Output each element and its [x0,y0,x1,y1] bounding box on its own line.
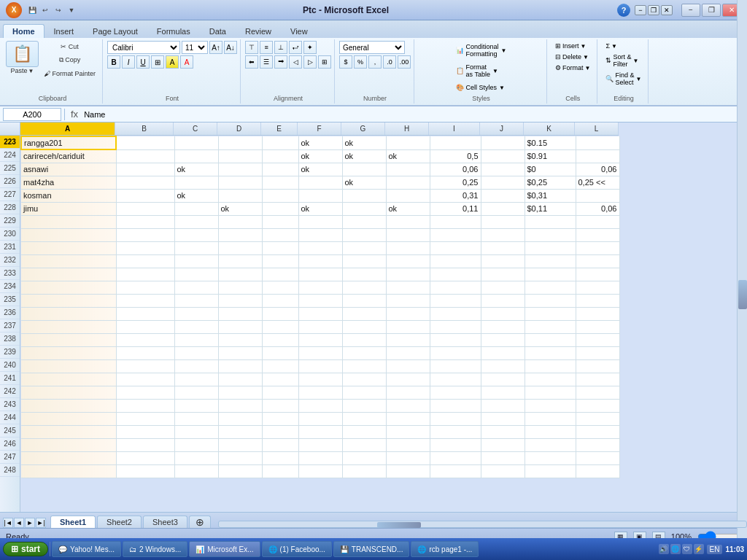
cell-E225[interactable] [262,163,298,176]
cell-B226[interactable] [116,176,174,189]
bold-button[interactable]: B [107,55,120,69]
cell-E228[interactable] [262,202,298,215]
row-num-226[interactable]: 226 [0,175,20,188]
save-quick-btn[interactable]: 💾 [26,5,38,15]
cell-D228[interactable]: ok [218,202,262,215]
cell-A223[interactable]: rangga201 [21,136,116,149]
cell-A224[interactable]: carireceh/cariduit [21,149,116,163]
sort-filter-btn[interactable]: ⇅ Sort &Filter ▼ [602,52,645,69]
row-num-246[interactable]: 246 [0,438,20,451]
taskbar-item-yahoo[interactable]: 💬 Yahoo! Mes... [52,541,121,557]
cell-F226[interactable] [298,176,342,189]
cell-K228[interactable]: $0,11 [525,202,576,215]
cell-A229[interactable] [21,215,116,228]
increase-dec-btn[interactable]: .0 [383,55,396,69]
row-num-200[interactable]: 223 [0,136,20,149]
format-cells-btn[interactable]: ⚙ Format ▼ [551,63,594,73]
align-bottom-btn[interactable]: ⊥ [274,41,287,54]
row-num-224[interactable]: 224 [0,149,20,162]
cell-G224[interactable]: ok [342,149,386,163]
cell-B229[interactable] [116,215,174,228]
cell-I225[interactable]: 0,06 [430,163,481,176]
cell-G226[interactable]: ok [342,176,386,189]
indent-inc-btn[interactable]: ▷ [303,55,317,69]
tab-page-layout[interactable]: Page Layout [83,24,147,38]
cell-J225[interactable] [481,163,525,176]
col-header-E[interactable]: E [261,122,298,136]
tab-insert[interactable]: Insert [44,24,84,38]
tray-icon-3[interactable]: 🛡 [682,544,692,554]
cell-I227[interactable]: 0,31 [430,189,481,202]
cell-L228[interactable]: 0,06 [576,202,619,215]
cell-G228[interactable] [342,202,386,215]
cell-C223[interactable] [174,136,218,149]
row-num-229[interactable]: 229 [0,214,20,228]
col-header-D[interactable]: D [217,122,261,136]
conditional-formatting-btn[interactable]: 📊 ConditionalFormatting ▼ [452,41,511,60]
cell-C228[interactable] [174,202,218,215]
tab-formulas[interactable]: Formulas [147,24,200,38]
close-ribbon-btn[interactable]: ✕ [661,5,673,15]
cell-D223[interactable] [218,136,262,149]
cell-C225[interactable]: ok [174,163,218,176]
comma-btn[interactable]: , [368,55,382,69]
cell-G225[interactable] [342,163,386,176]
row-num-242[interactable]: 242 [0,385,20,398]
tab-first-btn[interactable]: |◄ [3,518,13,528]
row-num-236[interactable]: 236 [0,306,20,319]
row-num-235[interactable]: 235 [0,293,20,306]
cell-C227[interactable]: ok [174,189,218,202]
row-num-230[interactable]: 230 [0,228,20,241]
language-indicator[interactable]: EN [707,545,723,554]
sum-btn[interactable]: Σ ▼ [602,41,645,51]
minimize-ribbon-btn[interactable]: − [635,5,646,15]
undo-quick-btn[interactable]: ↩ [39,5,51,15]
tab-review[interactable]: Review [236,24,281,38]
taskbar-item-excel[interactable]: 📊 Microsoft Ex... [189,541,260,557]
cell-E226[interactable] [262,176,298,189]
vertical-scrollbar[interactable] [737,136,747,512]
cell-H223[interactable] [386,136,430,149]
col-header-B[interactable]: B [115,122,174,136]
cell-J224[interactable] [481,149,525,163]
cell-H224[interactable]: ok [386,149,430,163]
cell-I224[interactable]: 0,5 [430,149,481,163]
sheet-tab-sheet2[interactable]: Sheet2 [97,516,142,528]
scroll-thumb[interactable] [738,280,747,309]
paste-dropdown[interactable]: Paste ▼ [11,67,34,74]
help-button[interactable]: ? [617,4,630,17]
row-num-239[interactable]: 239 [0,346,20,359]
cell-K229[interactable] [525,215,576,228]
row-num-245[interactable]: 245 [0,424,20,438]
align-center-btn[interactable]: ☰ [260,55,273,69]
copy-button[interactable]: ⧉ Copy [40,54,99,66]
cell-H228[interactable]: ok [386,202,430,215]
taskbar-item-facebook[interactable]: 🌐 (1) Faceboo... [262,541,332,557]
cell-J228[interactable] [481,202,525,215]
restore-button[interactable]: ❐ [702,4,721,17]
font-name-select[interactable]: Calibri [107,41,180,54]
cell-A225[interactable]: asnawi [21,163,116,176]
cell-L227[interactable] [576,189,619,202]
col-header-H[interactable]: H [385,122,429,136]
insert-cells-btn[interactable]: ⊞ Insert ▼ [551,41,594,51]
row-num-241[interactable]: 241 [0,372,20,385]
row-num-233[interactable]: 233 [0,267,20,280]
cell-B225[interactable] [116,163,174,176]
cell-D229[interactable] [218,215,262,228]
formula-fx-button[interactable]: fx [68,109,81,120]
col-header-J[interactable]: J [480,122,524,136]
taskbar-item-rcb[interactable]: 🌐 rcb page1 -... [411,541,479,557]
cell-C229[interactable] [174,215,218,228]
sheet-tab-sheet1[interactable]: Sheet1 [50,516,96,528]
cell-K227[interactable]: $0,31 [525,189,576,202]
italic-button[interactable]: I [122,55,135,69]
cell-G227[interactable] [342,189,386,202]
cell-E224[interactable] [262,149,298,163]
cell-A228[interactable]: jimu [21,202,116,215]
cell-F228[interactable]: ok [298,202,342,215]
sheet-tab-sheet3[interactable]: Sheet3 [143,516,187,528]
cell-reference-input[interactable] [3,108,61,121]
cell-B227[interactable] [116,189,174,202]
cell-E223[interactable] [262,136,298,149]
